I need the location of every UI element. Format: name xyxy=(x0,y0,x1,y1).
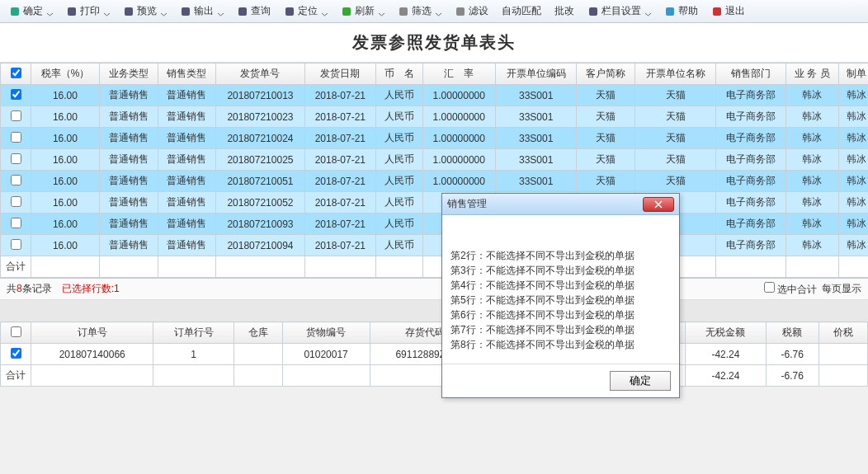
chevron-down-icon[interactable] xyxy=(218,8,224,14)
table-row[interactable]: 16.00普通销售普通销售2018072100512018-07-21人民币1.… xyxy=(1,171,869,192)
cell: 人民币 xyxy=(375,149,422,171)
cell: 韩冰 xyxy=(839,128,868,149)
dialog-title-bar[interactable]: 销售管理 xyxy=(442,194,679,215)
cell: 人民币 xyxy=(375,171,422,192)
pager-label: 每页显示 xyxy=(822,282,861,296)
chevron-down-icon[interactable] xyxy=(645,8,651,14)
col-header[interactable]: 税率（%） xyxy=(31,63,100,85)
toolbar-export[interactable]: 输出 xyxy=(174,2,229,21)
cell: 201807210051 xyxy=(216,171,305,192)
col-header[interactable]: 币 名 xyxy=(375,63,422,85)
toolbar-colset[interactable]: 栏目设置 xyxy=(582,2,657,21)
toolbar-label: 栏目设置 xyxy=(601,4,641,18)
col-header[interactable]: 税额 xyxy=(766,322,818,344)
table-row[interactable]: 20180714006610102001769112889Z...鸿顺尊礼 .0… xyxy=(1,344,868,365)
col-header[interactable]: 仓库 xyxy=(234,322,282,344)
row-checkbox[interactable] xyxy=(11,218,21,228)
cell: 普通销售 xyxy=(158,106,216,128)
toolbar-refresh[interactable]: 刷新 xyxy=(335,2,390,21)
cell: 1.00000000 xyxy=(422,85,495,106)
col-header[interactable]: 开票单位名称 xyxy=(634,63,715,85)
row-checkbox[interactable] xyxy=(11,175,21,185)
toolbar-help[interactable]: 帮助 xyxy=(658,2,704,21)
cell xyxy=(234,344,282,365)
toolbar-label: 查询 xyxy=(251,4,271,18)
svg-rect-1 xyxy=(68,7,76,16)
dialog-title: 销售管理 xyxy=(447,197,487,211)
row-checkbox[interactable] xyxy=(11,132,21,143)
cell: 33S001 xyxy=(495,149,576,171)
col-header[interactable]: 发货日期 xyxy=(304,63,375,85)
toolbar-filterset[interactable]: 滤设 xyxy=(449,2,494,21)
cell: 普通销售 xyxy=(158,235,216,256)
cell: 16.00 xyxy=(31,106,100,128)
cell: 天猫 xyxy=(577,128,635,149)
row-checkbox[interactable] xyxy=(11,348,21,359)
cell: 普通销售 xyxy=(99,149,158,171)
cell: 普通销售 xyxy=(158,214,216,235)
gap xyxy=(0,300,868,321)
check-total-checkbox[interactable] xyxy=(764,282,775,293)
toolbar-print[interactable]: 打印 xyxy=(60,2,116,21)
col-header[interactable]: 制单 xyxy=(839,63,868,85)
toolbar-ok[interactable]: 确定 xyxy=(3,2,59,21)
cell: 2018-07-21 xyxy=(304,235,375,256)
close-icon[interactable] xyxy=(643,197,674,212)
col-header[interactable]: 货物编号 xyxy=(282,322,370,344)
row-checkbox[interactable] xyxy=(11,239,21,250)
chevron-down-icon[interactable] xyxy=(436,8,441,14)
col-header[interactable]: 销售部门 xyxy=(716,63,785,85)
total-label: 合计 xyxy=(1,256,31,278)
toolbar-query[interactable]: 查询 xyxy=(231,2,276,21)
row-checkbox[interactable] xyxy=(11,153,21,164)
cell: 普通销售 xyxy=(158,128,216,149)
col-header[interactable]: 汇 率 xyxy=(422,63,495,85)
col-header[interactable]: 订单号 xyxy=(31,322,153,344)
col-header[interactable]: 无税金额 xyxy=(686,322,766,344)
col-header[interactable]: 销售类型 xyxy=(158,63,216,85)
toolbar-filter[interactable]: 筛选 xyxy=(392,2,447,21)
row-checkbox[interactable] xyxy=(11,89,21,100)
header-checkbox[interactable] xyxy=(1,63,31,85)
row-checkbox[interactable] xyxy=(11,196,21,207)
chevron-down-icon[interactable] xyxy=(47,8,53,14)
toolbar-automatch[interactable]: 自动匹配 xyxy=(496,2,547,21)
cell: 201807210025 xyxy=(216,149,305,171)
col-header[interactable]: 业 务 员 xyxy=(785,63,838,85)
col-header[interactable]: 业务类型 xyxy=(99,63,158,85)
cell: 人民币 xyxy=(375,128,422,149)
check-total[interactable]: 选中合计 xyxy=(764,282,817,297)
cell: 33S001 xyxy=(495,171,576,192)
table-row[interactable]: 16.00普通销售普通销售2018072100932018-07-21人民币电子… xyxy=(1,214,869,235)
chevron-down-icon[interactable] xyxy=(322,8,328,14)
cell: 1 xyxy=(153,344,234,365)
table-row[interactable]: 16.00普通销售普通销售2018072100232018-07-21人民币1.… xyxy=(1,106,869,128)
query-icon xyxy=(237,6,248,17)
header-checkbox[interactable] xyxy=(1,322,31,344)
table-row[interactable]: 16.00普通销售普通销售2018072100252018-07-21人民币1.… xyxy=(1,149,869,171)
col-header[interactable]: 发货单号 xyxy=(216,63,305,85)
ok-button[interactable]: 确定 xyxy=(610,371,671,391)
table-row[interactable]: 16.00普通销售普通销售2018072100942018-07-21人民币电子… xyxy=(1,235,869,256)
table-row[interactable]: 16.00普通销售普通销售2018072100242018-07-21人民币1.… xyxy=(1,128,869,149)
col-header[interactable]: 订单行号 xyxy=(153,322,234,344)
cell: 人民币 xyxy=(375,214,422,235)
cell: 33S001 xyxy=(495,106,576,128)
cell: 普通销售 xyxy=(99,214,158,235)
chevron-down-icon[interactable] xyxy=(104,8,110,14)
toolbar-exit[interactable]: 退出 xyxy=(705,2,751,21)
toolbar-batch[interactable]: 批改 xyxy=(549,2,580,21)
chevron-down-icon[interactable] xyxy=(161,8,167,14)
table-row[interactable]: 16.00普通销售普通销售2018072100132018-07-21人民币1.… xyxy=(1,85,869,106)
table-row[interactable]: 16.00普通销售普通销售2018072100522018-07-21人民币电子… xyxy=(1,192,869,214)
toolbar-locate[interactable]: 定位 xyxy=(278,2,333,21)
cell: 2018-07-21 xyxy=(304,85,375,106)
col-header[interactable]: 开票单位编码 xyxy=(495,63,576,85)
row-checkbox[interactable] xyxy=(11,110,21,121)
col-header[interactable]: 价税 xyxy=(818,322,867,344)
cell: 01020017 xyxy=(282,344,370,365)
chevron-down-icon[interactable] xyxy=(379,8,384,14)
toolbar-label: 滤设 xyxy=(469,4,488,18)
toolbar-preview[interactable]: 预览 xyxy=(117,2,172,21)
col-header[interactable]: 客户简称 xyxy=(577,63,635,85)
